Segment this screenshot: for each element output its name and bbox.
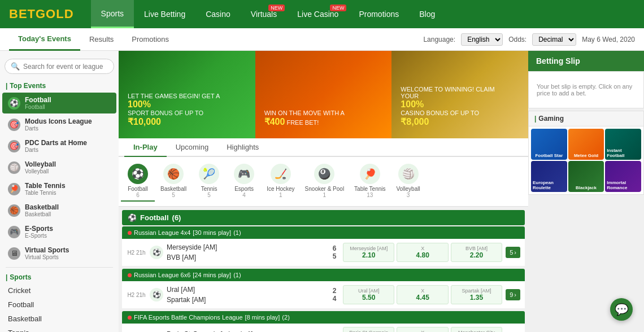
tab-todays-events[interactable]: Today's Events: [9, 28, 80, 51]
odd-label-1-3: BVB [AM]: [452, 246, 501, 251]
language-select[interactable]: English: [461, 33, 503, 46]
gaming-card-instant-football[interactable]: Instant Football: [605, 129, 641, 160]
sport-icon-football[interactable]: ⚽ Football 6: [121, 161, 155, 202]
nav-item-live-betting[interactable]: Live Betting: [134, 0, 195, 28]
subheader: Today's Events Results Promotions Langua…: [0, 28, 644, 51]
sport-icon-basketball[interactable]: 🏀 Basketball 5: [156, 161, 191, 202]
basketball-icon-label: Basketball: [160, 186, 186, 192]
odd-btn-1-2[interactable]: X 4.80: [397, 243, 448, 262]
tab-in-play[interactable]: In-Play: [124, 138, 167, 157]
mobile-banner[interactable]: WIN ON THE MOVE WITH A ₹400 FREE BET!: [255, 51, 392, 138]
sport-icon-tennis[interactable]: 🎾 Tennis 5: [192, 161, 226, 202]
nav-item-sports[interactable]: Sports: [91, 0, 134, 28]
tennis-circle-icon: 🎾: [199, 164, 219, 184]
nav-item-live-casino[interactable]: Live CasinoNEW: [287, 0, 349, 28]
nav-item-casino[interactable]: Casino: [195, 0, 241, 28]
sport-icon-esports[interactable]: 🎮 Esports 4: [227, 161, 261, 202]
match-time-2: H2 21h: [127, 292, 146, 298]
odd-btn-2-3[interactable]: Spartak [AM] 1.35: [451, 285, 502, 304]
tennis-icon-count: 5: [207, 192, 211, 198]
sidebar-sport-basketball[interactable]: Basketball: [0, 312, 119, 326]
odd-value-2-3: 1.35: [470, 294, 483, 302]
odd-btn-1-1[interactable]: Merseyside [AM] 2.10: [343, 243, 394, 262]
sports-banner-text: LET THE GAMES BEGIN! GET A 100% SPORT BO…: [128, 93, 220, 127]
gaming-card-euro-roulette[interactable]: European Roulette: [531, 161, 567, 192]
sport-icon-table-tennis[interactable]: 🏓 Table Tennis 13: [350, 161, 390, 202]
gaming-card-blackjack[interactable]: Blackjack: [568, 161, 604, 192]
group1-title: Russian League 4x4: [134, 229, 190, 236]
basketball-sidebar-icon: 🏀: [8, 204, 20, 217]
live-dot-3: [128, 316, 132, 320]
sidebar-item-pdc[interactable]: 🎯 PDC Darts at Home Darts: [2, 136, 116, 156]
odd-value-2-1: 5.50: [362, 294, 375, 302]
tab-promotions[interactable]: Promotions: [123, 28, 178, 51]
current-date: May 6 Wed, 2020: [582, 36, 635, 43]
sidebar-item-football[interactable]: ⚽ Football Football: [2, 93, 116, 113]
odds-select[interactable]: Decimal: [532, 33, 576, 46]
sidebar-item-modus[interactable]: 🎯 Modus Icons League Darts: [2, 114, 116, 135]
match-sport-icon-1: ⚽: [150, 246, 163, 259]
sidebar-item-volleyball[interactable]: 🏐 Volleyball Volleyball: [2, 157, 116, 178]
basketball-label: Basketball: [25, 203, 59, 211]
virtuals-badge: NEW: [268, 5, 285, 11]
live-casino-badge: NEW: [330, 5, 346, 11]
sport-icon-snooker[interactable]: 🎱 Snooker & Pool 1: [301, 161, 349, 202]
casino-banner[interactable]: WELCOME TO WINNING! CLAIM YOUR 100% CASI…: [391, 51, 528, 138]
odd-label-3-2: X: [398, 330, 446, 332]
odds-group-2: Ural [AM] 5.50 X 4.45 Spartak [AM] 1.35: [343, 285, 502, 304]
sidebar-item-esports[interactable]: 🎮 E-Sports E-Sports: [2, 221, 116, 242]
tab-results[interactable]: Results: [80, 28, 123, 51]
odd-btn-3-1[interactable]: Paris St-Germain [orlovsky1] 4.00: [343, 327, 394, 332]
nav-item-virtuals[interactable]: VirtualsNEW: [241, 0, 287, 28]
gaming-grid: Football Star Metee Gold Instant Footbal…: [529, 126, 643, 194]
more-btn-1[interactable]: 5 ›: [506, 247, 520, 258]
sport-icon-ice-hockey[interactable]: 🏒 Ice Hockey 1: [262, 161, 299, 202]
snooker-icon-count: 1: [323, 192, 327, 198]
tab-upcoming[interactable]: Upcoming: [167, 138, 218, 157]
gaming-card-immortal-romance[interactable]: Immortal Romance: [605, 161, 641, 192]
subheader-tabs: Today's Events Results Promotions: [9, 28, 178, 51]
gaming-card-metee-gold[interactable]: Metee Gold: [568, 129, 604, 160]
esports-icon-count: 4: [242, 192, 246, 198]
scores-2: 2 4: [329, 287, 340, 303]
group3-title: FIFA Esports Battle Champions League: [134, 314, 243, 321]
sports-banner[interactable]: LET THE GAMES BEGIN! GET A 100% SPORT BO…: [119, 51, 255, 138]
gaming-card-football-star[interactable]: Football Star: [531, 129, 567, 160]
football-section-header: ⚽ Football (6): [122, 210, 525, 225]
search-box[interactable]: 🔍: [5, 59, 114, 74]
nav-item-promotions[interactable]: Promotions: [349, 0, 409, 28]
odd-btn-1-3[interactable]: BVB [AM] 2.20: [451, 243, 502, 262]
sidebar-item-basketball[interactable]: 🏀 Basketball Basketball: [2, 200, 116, 221]
gaming-title: Gaming: [529, 111, 643, 126]
sidebar-sport-cricket[interactable]: Cricket: [0, 283, 119, 298]
virtual-label: Virtual Sports: [25, 246, 69, 254]
odd-btn-3-3[interactable]: Manchester City [white_bo... 3.90: [451, 327, 502, 332]
odd-label-2-2: X: [398, 288, 446, 294]
virtual-sub: Virtual Sports: [25, 254, 69, 260]
nav-item-blog[interactable]: Blog: [409, 0, 445, 28]
sidebar-item-virtual[interactable]: 🖥 Virtual Sports Virtual Sports: [2, 243, 116, 264]
match-group-1-header: Russian League 4x4 [30 mins play] (1): [122, 226, 525, 239]
sidebar-item-table-tennis[interactable]: 🏓 Table Tennis Table Tennis: [2, 178, 116, 199]
odd-btn-2-1[interactable]: Ural [AM] 5.50: [343, 285, 394, 304]
odd-label-1-2: X: [398, 246, 446, 251]
casino-banner-text: WELCOME TO WINNING! CLAIM YOUR 100% CASI…: [401, 86, 502, 127]
odd-btn-3-2[interactable]: X 1.58: [397, 327, 448, 332]
odd-btn-2-2[interactable]: X 4.45: [397, 285, 448, 304]
volleyball-sub: Volleyball: [25, 168, 56, 174]
main-nav: Sports Live Betting Casino VirtualsNEW L…: [91, 0, 446, 28]
more-btn-2[interactable]: 9 ›: [506, 289, 520, 300]
search-input[interactable]: [23, 63, 108, 71]
tab-highlights[interactable]: Highlights: [217, 138, 268, 157]
sidebar-sport-football[interactable]: Football: [0, 298, 119, 312]
search-icon: 🔍: [11, 62, 20, 71]
live-chat-button[interactable]: 💬: [610, 298, 633, 321]
team1-1: Merseyside [AM]: [167, 242, 326, 252]
language-label: Language:: [423, 36, 455, 43]
odd-label-2-1: Ural [AM]: [345, 288, 393, 294]
logo[interactable]: BETGOLD: [9, 7, 74, 21]
tennis-icon-label: Tennis: [201, 186, 217, 192]
basketball-sub: Basketball: [25, 211, 59, 217]
sidebar-sport-tennis[interactable]: Tennis: [0, 326, 119, 332]
sport-icon-volleyball[interactable]: 🏐 Volleyball 3: [391, 161, 425, 202]
